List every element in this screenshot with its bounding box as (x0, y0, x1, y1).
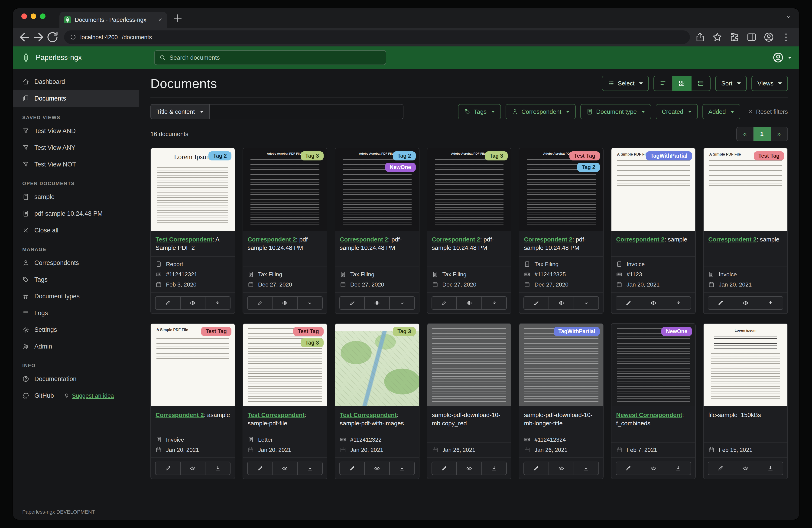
tag-badge[interactable]: Tag 3 (301, 338, 323, 347)
document-thumbnail[interactable]: Adobe Acrobat PDF FilesTest TagTag 2 (519, 148, 603, 231)
correspondent-link[interactable]: Test Correspondent (340, 411, 397, 418)
bookmark-star-icon[interactable] (712, 32, 723, 43)
download-document-button[interactable] (666, 461, 691, 475)
edit-document-button[interactable] (523, 461, 549, 475)
filter-created-button[interactable]: Created (656, 104, 698, 119)
view-document-button[interactable] (641, 296, 666, 310)
edit-document-button[interactable] (247, 296, 273, 310)
document-title[interactable]: sample-pdf-download-10-mb-longer-title (519, 406, 603, 432)
download-document-button[interactable] (298, 296, 323, 310)
search-input[interactable] (170, 54, 381, 61)
sidebar-item-document-types[interactable]: Document types (13, 288, 139, 305)
document-card[interactable]: Lorem IpsumTag 2Test Correspondent: A Sa… (150, 148, 235, 314)
view-document-button[interactable] (365, 461, 390, 475)
address-bar[interactable]: localhost:4200/documents (64, 30, 690, 44)
edit-document-button[interactable] (155, 461, 180, 475)
document-card[interactable]: A Simple PDF FileTest TagCorrespondent 2… (150, 323, 235, 479)
view-document-button[interactable] (733, 461, 758, 475)
correspondent-link[interactable]: Correspondent 2 (524, 236, 572, 243)
sidebar-item-correspondents[interactable]: Correspondents (13, 255, 139, 271)
sidebar-item-documentation[interactable]: Documentation (13, 371, 139, 387)
pagination-next-button[interactable]: » (771, 127, 788, 141)
document-card[interactable]: NewOneNewest Correspondent: f_combinedsF… (611, 323, 696, 479)
view-document-button[interactable] (549, 461, 574, 475)
sidebar-item-close-all[interactable]: Close all (13, 222, 139, 239)
edit-document-button[interactable] (523, 296, 549, 310)
sidebar-item-test-view-not[interactable]: Test View NOT (13, 156, 139, 173)
filter-tags-button[interactable]: Tags (458, 104, 501, 119)
sidebar-item-dashboard[interactable]: Dashboard (13, 73, 139, 90)
document-title[interactable]: Correspondent 2: sample (611, 231, 695, 256)
document-title[interactable]: Correspondent 2: pdf-sample 10.24.48 PM (427, 231, 511, 267)
pagination-page-1-button[interactable]: 1 (754, 127, 771, 141)
tab-close-icon[interactable] (158, 17, 162, 22)
correspondent-link[interactable]: Test Correspondent (248, 411, 305, 418)
view-document-button[interactable] (365, 296, 390, 310)
download-document-button[interactable] (298, 461, 323, 475)
sidebar-item-logs[interactable]: Logs (13, 305, 139, 322)
document-card[interactable]: Lorem ipsumfile-sample_150kBsFeb 15, 202… (703, 323, 788, 479)
correspondent-link[interactable]: Correspondent 2 (340, 236, 388, 243)
share-icon[interactable] (695, 32, 706, 43)
window-minimize-button[interactable] (31, 13, 36, 19)
correspondent-link[interactable]: Correspondent 2 (708, 236, 756, 243)
tag-badge[interactable]: TagWithPartial (554, 327, 600, 336)
list-view-button[interactable] (653, 76, 672, 91)
download-document-button[interactable] (390, 296, 415, 310)
tag-badge[interactable]: Tag 2 (577, 163, 600, 172)
sidebar-item-admin[interactable]: Admin (13, 338, 139, 355)
user-menu[interactable] (772, 52, 792, 63)
tag-badge[interactable]: NewOne (661, 327, 692, 336)
tag-badge[interactable]: Test Tag (201, 327, 231, 336)
new-tab-button[interactable] (172, 12, 184, 24)
tag-badge[interactable]: Tag 2 (393, 152, 416, 160)
side-panel-icon[interactable] (746, 32, 757, 43)
document-card[interactable]: TagWithPartialsample-pdf-download-10-mb-… (519, 323, 604, 479)
edit-document-button[interactable] (339, 296, 365, 310)
correspondent-link[interactable]: Correspondent 2 (432, 236, 480, 243)
tag-badge[interactable]: Tag 3 (485, 152, 508, 160)
correspondent-link[interactable]: Test Correspondent (156, 236, 213, 243)
document-card[interactable]: A Simple PDF FileTest TagCorrespondent 2… (703, 148, 788, 314)
document-thumbnail[interactable] (427, 324, 511, 406)
filter-document-type-button[interactable]: Document type (580, 104, 651, 119)
edit-document-button[interactable] (339, 461, 365, 475)
view-document-button[interactable] (641, 461, 666, 475)
document-title[interactable]: Correspondent 2: pdf-sample 10.24.48 PM (243, 231, 327, 267)
tag-badge[interactable]: Test Tag (754, 152, 784, 160)
document-title[interactable]: Correspondent 2: asample (151, 406, 235, 432)
tag-badge[interactable]: NewOne (385, 163, 416, 172)
select-button[interactable]: Select (602, 76, 649, 91)
download-document-button[interactable] (205, 461, 231, 475)
details-view-button[interactable] (692, 76, 711, 91)
document-title[interactable]: Correspondent 2: pdf-sample 10.24.48 PM (519, 231, 603, 256)
views-button[interactable]: Views (751, 76, 788, 91)
app-brand[interactable]: Paperless-ngx (20, 52, 139, 63)
tab-search-chevron-icon[interactable] (785, 14, 792, 20)
download-document-button[interactable] (205, 296, 231, 310)
document-title[interactable]: Correspondent 2: sample (704, 231, 787, 267)
filter-correspondent-button[interactable]: Correspondent (506, 104, 576, 119)
view-document-button[interactable] (457, 296, 482, 310)
search-field-selector[interactable]: Title & content (150, 104, 209, 119)
document-card[interactable]: Adobe Acrobat PDF FilesTest TagTag 2Corr… (519, 148, 604, 314)
document-card[interactable]: Adobe Acrobat PDF FilesTag 2NewOneCorres… (335, 148, 419, 314)
back-button[interactable] (18, 30, 32, 44)
document-thumbnail[interactable]: Adobe Acrobat PDF FilesTag 3 (427, 148, 511, 231)
download-document-button[interactable] (574, 296, 599, 310)
document-thumbnail[interactable]: A Simple PDF FileTest Tag (704, 148, 787, 231)
view-document-button[interactable] (549, 296, 574, 310)
document-card[interactable]: Adobe Acrobat PDF FilesTag 3Corresponden… (243, 148, 327, 314)
document-title[interactable]: sample-pdf-download-10-mb copy_red (427, 406, 511, 442)
document-thumbnail[interactable]: Lorem ipsum (704, 324, 787, 406)
edit-document-button[interactable] (155, 296, 180, 310)
correspondent-link[interactable]: Newest Correspondent (616, 411, 682, 418)
correspondent-link[interactable]: Correspondent 2 (248, 236, 296, 243)
document-card[interactable]: Tag 3Test Correspondent: sample-pdf-with… (335, 323, 419, 479)
pagination-prev-button[interactable]: « (736, 127, 754, 141)
window-close-button[interactable] (21, 13, 27, 19)
document-title[interactable]: Test Correspondent: sample-pdf-file (243, 406, 327, 432)
document-card[interactable]: A Simple PDF FileTagWithPartialCorrespon… (611, 148, 696, 314)
tag-badge[interactable]: TagWithPartial (646, 152, 692, 160)
document-thumbnail[interactable]: NewOne (611, 324, 695, 406)
